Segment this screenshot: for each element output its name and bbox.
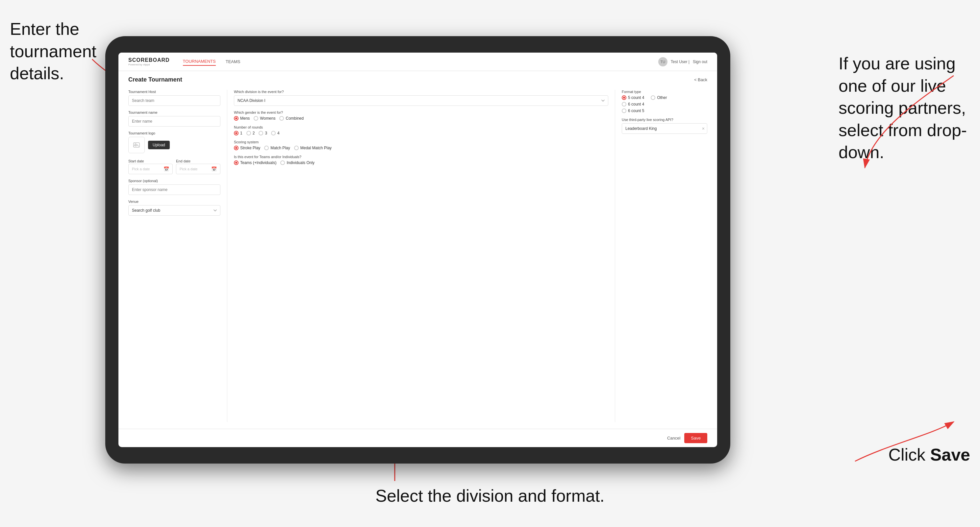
user-label: Test User |: [671, 59, 689, 64]
svg-point-5: [135, 144, 136, 145]
division-select[interactable]: NCAA Division I: [234, 95, 608, 106]
tournament-host-group: Tournament Host: [128, 90, 220, 106]
tablet-screen: SCOREBOARD Powered by clippd TOURNAMENTS…: [118, 52, 717, 447]
rounds-1[interactable]: 1: [234, 131, 242, 135]
scoring-stroke[interactable]: Stroke Play: [234, 146, 260, 150]
format-6count4-radio[interactable]: [622, 102, 626, 106]
api-label: Use third-party live scoring API?: [622, 118, 707, 122]
annotation-top-left: Enter the tournament details.: [10, 18, 108, 85]
annotation-bottom-center: Select the division and format.: [375, 485, 605, 507]
rounds-1-radio[interactable]: [234, 131, 239, 135]
teams-label: Is this event for Teams and/or Individua…: [234, 155, 608, 159]
form-body: Tournament Host Tournament name Tourname…: [118, 86, 717, 429]
scoring-label: Scoring system: [234, 140, 608, 144]
signout-link[interactable]: Sign out: [693, 59, 707, 64]
nav-bar: SCOREBOARD Powered by clippd TOURNAMENTS…: [118, 52, 717, 71]
individuals-only[interactable]: Individuals Only: [280, 160, 315, 165]
form-footer: Cancel Save: [118, 429, 717, 447]
sponsor-input[interactable]: [128, 184, 220, 195]
logo-upload-row: Upload: [128, 137, 220, 153]
gender-combined[interactable]: Combined: [279, 116, 304, 121]
end-date-input[interactable]: Pick a date 📅: [176, 164, 220, 174]
tournament-logo-group: Tournament logo Upload: [128, 131, 220, 153]
col-middle: Which division is the event for? NCAA Di…: [234, 90, 608, 422]
rounds-2[interactable]: 2: [247, 131, 255, 135]
tournament-host-input[interactable]: [128, 95, 220, 106]
nav-link-teams[interactable]: TEAMS: [226, 58, 240, 65]
format-col-other: Other: [651, 95, 667, 113]
end-date-label: End date: [176, 159, 191, 163]
nav-link-tournaments[interactable]: TOURNAMENTS: [183, 57, 216, 66]
scoring-match-radio[interactable]: [264, 146, 269, 150]
rounds-radio-group: 1 2 3 4: [234, 131, 608, 135]
division-label: Which division is the event for?: [234, 90, 608, 94]
teams-radio[interactable]: [234, 160, 239, 165]
rounds-3-radio[interactable]: [259, 131, 263, 135]
tournament-host-label: Tournament Host: [128, 90, 220, 94]
rounds-label: Number of rounds: [234, 125, 608, 129]
api-input-container: ×: [622, 123, 707, 134]
gender-mens[interactable]: Mens: [234, 116, 250, 121]
back-link[interactable]: < Back: [694, 77, 707, 82]
gender-womens-radio[interactable]: [254, 116, 258, 121]
format-6count4[interactable]: 6 count 4: [622, 102, 644, 106]
rounds-4[interactable]: 4: [271, 131, 280, 135]
format-5count4[interactable]: 5 count 4: [622, 95, 644, 100]
individuals-radio[interactable]: [280, 160, 285, 165]
upload-button[interactable]: Upload: [148, 141, 170, 149]
teams-plus-individuals[interactable]: Teams (+Individuals): [234, 160, 276, 165]
logo-preview: [128, 137, 145, 153]
save-button[interactable]: Save: [684, 433, 707, 443]
format-label: Format type: [622, 90, 707, 94]
api-input[interactable]: [622, 123, 707, 134]
teams-group: Is this event for Teams and/or Individua…: [234, 155, 608, 165]
rounds-2-radio[interactable]: [247, 131, 251, 135]
logo-title: SCOREBOARD: [128, 57, 170, 63]
scoring-radio-group: Stroke Play Match Play Medal Match Play: [234, 146, 608, 150]
format-6count5[interactable]: 6 count 5: [622, 108, 644, 113]
division-group: Which division is the event for? NCAA Di…: [234, 90, 608, 106]
tournament-name-group: Tournament name: [128, 111, 220, 127]
format-group: Format type 5 count 4 6 count 4: [622, 90, 707, 113]
logo-area: SCOREBOARD Powered by clippd: [128, 57, 170, 66]
col-divider-2: [615, 90, 615, 422]
format-other-radio[interactable]: [651, 95, 655, 100]
scoring-group: Scoring system Stroke Play Match Play: [234, 140, 608, 150]
scoring-stroke-radio[interactable]: [234, 146, 239, 150]
date-row: Start date Pick a date 📅 End date Pick a…: [128, 158, 220, 174]
sponsor-group: Sponsor (optional): [128, 179, 220, 195]
scoring-medal[interactable]: Medal Match Play: [294, 146, 332, 150]
gender-mens-radio[interactable]: [234, 116, 239, 121]
gender-group: Which gender is the event for? Mens Wome…: [234, 111, 608, 121]
page-header: Create Tournament < Back: [118, 71, 717, 86]
format-6count5-radio[interactable]: [622, 108, 626, 113]
gender-label: Which gender is the event for?: [234, 111, 608, 114]
format-5count4-radio[interactable]: [622, 95, 626, 100]
start-date-input[interactable]: Pick a date 📅: [128, 164, 173, 174]
start-date-label: Start date: [128, 159, 144, 163]
gender-combined-radio[interactable]: [279, 116, 284, 121]
rounds-4-radio[interactable]: [271, 131, 276, 135]
end-date-group: End date Pick a date 📅: [176, 158, 220, 174]
venue-group: Venue Search golf club: [128, 200, 220, 216]
annotation-top-right: If you are using one of our live scoring…: [838, 52, 970, 164]
rounds-group: Number of rounds 1 2 3: [234, 125, 608, 135]
venue-label: Venue: [128, 200, 220, 203]
col-right: Format type 5 count 4 6 count 4: [622, 90, 707, 422]
gender-womens[interactable]: Womens: [254, 116, 275, 121]
tournament-name-input[interactable]: [128, 116, 220, 127]
start-date-group: Start date Pick a date 📅: [128, 158, 173, 174]
gender-radio-group: Mens Womens Combined: [234, 116, 608, 121]
venue-select[interactable]: Search golf club: [128, 205, 220, 216]
tablet-frame: SCOREBOARD Powered by clippd TOURNAMENTS…: [105, 36, 730, 464]
sponsor-label: Sponsor (optional): [128, 179, 220, 183]
scoring-medal-radio[interactable]: [294, 146, 299, 150]
teams-radio-group: Teams (+Individuals) Individuals Only: [234, 160, 608, 165]
cancel-button[interactable]: Cancel: [667, 436, 680, 441]
scoring-match[interactable]: Match Play: [264, 146, 290, 150]
api-clear-icon[interactable]: ×: [702, 126, 705, 131]
format-other[interactable]: Other: [651, 95, 667, 100]
col-divider-1: [227, 90, 228, 422]
rounds-3[interactable]: 3: [259, 131, 267, 135]
tournament-name-label: Tournament name: [128, 111, 220, 114]
